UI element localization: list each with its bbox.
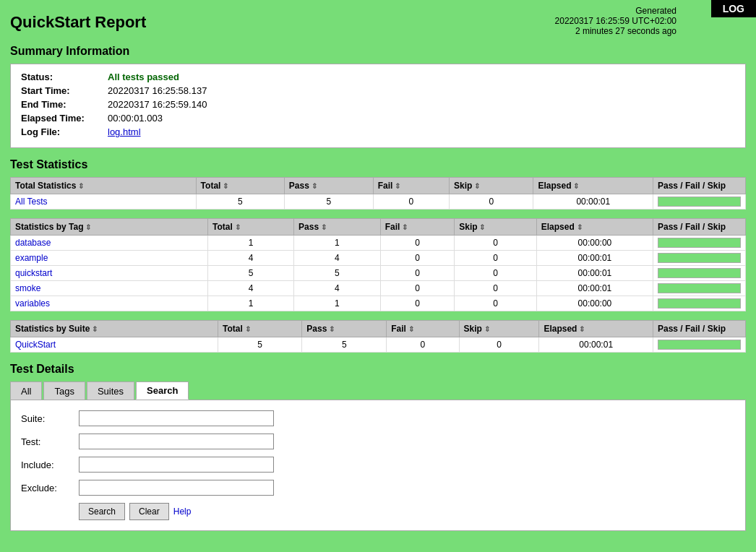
row-fail: 0 (373, 194, 449, 210)
table-row: example 4 4 0 0 00:00:01 (11, 251, 746, 266)
row-bar (653, 266, 746, 281)
row-skip: 0 (455, 281, 536, 296)
row-fail: 0 (380, 266, 455, 281)
status-label: Status: (21, 72, 108, 82)
generated-label: Generated (555, 6, 676, 16)
search-buttons: Search Clear Help (79, 503, 735, 520)
log-button[interactable]: LOG (711, 0, 756, 17)
tab-search[interactable]: Search (136, 381, 189, 400)
row-name[interactable]: example (11, 251, 208, 266)
tag-stats-col-pass[interactable]: Pass (294, 219, 381, 236)
total-stats-col-bar: Pass / Fail / Skip (653, 178, 746, 194)
suite-field-label: Suite: (21, 413, 79, 424)
tab-all[interactable]: All (10, 381, 42, 400)
exclude-input[interactable] (79, 480, 274, 496)
row-elapsed: 00:00:00 (536, 296, 653, 311)
row-bar (653, 281, 746, 296)
tag-stats-col-skip[interactable]: Skip (455, 219, 536, 236)
generated-datetime: 20220317 16:25:59 UTC+02:00 (555, 16, 676, 26)
row-name[interactable]: QuickStart (11, 337, 218, 353)
logfile-value: log.html (108, 126, 141, 137)
include-input[interactable] (79, 457, 274, 473)
row-bar (653, 251, 746, 266)
row-total: 4 (208, 251, 294, 266)
row-bar (653, 296, 746, 311)
row-fail: 0 (387, 337, 459, 353)
row-skip: 0 (455, 236, 536, 251)
row-bar (653, 236, 746, 251)
include-field-row: Include: (21, 457, 735, 473)
row-elapsed: 00:00:01 (539, 337, 653, 353)
row-total: 1 (208, 296, 294, 311)
tag-stats-col-name[interactable]: Statistics by Tag (11, 219, 208, 236)
row-skip: 0 (455, 251, 536, 266)
summary-row-elapsed: Elapsed Time: 00:00:01.003 (21, 113, 735, 124)
row-name[interactable]: smoke (11, 281, 208, 296)
status-value: All tests passed (108, 72, 179, 82)
row-pass: 5 (302, 337, 387, 353)
table-row: quickstart 5 5 0 0 00:00:01 (11, 266, 746, 281)
tabs-row: All Tags Suites Search (10, 381, 746, 400)
log-label: LOG (723, 3, 744, 14)
suite-stats-col-total[interactable]: Total (218, 321, 301, 337)
table-row: variables 1 1 0 0 00:00:00 (11, 296, 746, 311)
total-stats-col-pass[interactable]: Pass (284, 178, 373, 194)
total-stats-col-total[interactable]: Total (196, 178, 284, 194)
suite-stats-col-name[interactable]: Statistics by Suite (11, 321, 218, 337)
summary-row-logfile: Log File: log.html (21, 126, 735, 137)
tab-tags[interactable]: Tags (43, 381, 85, 400)
row-name[interactable]: All Tests (11, 194, 197, 210)
total-stats-col-name[interactable]: Total Statistics (11, 178, 197, 194)
suite-stats-col-skip[interactable]: Skip (459, 321, 539, 337)
tab-suites[interactable]: Suites (87, 381, 134, 400)
stats-section-title: Test Statistics (10, 158, 746, 171)
test-input[interactable] (79, 434, 274, 449)
suite-stats-col-fail[interactable]: Fail (387, 321, 459, 337)
end-value: 20220317 16:25:59.140 (108, 99, 207, 110)
summary-row-end: End Time: 20220317 16:25:59.140 (21, 99, 735, 110)
elapsed-value: 00:00:01.003 (108, 113, 163, 124)
start-value: 20220317 16:25:58.137 (108, 85, 207, 96)
total-stats-col-fail[interactable]: Fail (373, 178, 449, 194)
row-skip: 0 (459, 337, 539, 353)
tag-stats-col-total[interactable]: Total (208, 219, 294, 236)
row-elapsed: 00:00:01 (536, 251, 653, 266)
suite-input[interactable] (79, 410, 274, 426)
row-bar (653, 194, 746, 210)
table-row: database 1 1 0 0 00:00:00 (11, 236, 746, 251)
summary-box: Status: All tests passed Start Time: 202… (10, 64, 746, 148)
logfile-label: Log File: (21, 126, 108, 137)
clear-button[interactable]: Clear (129, 503, 169, 520)
suite-stats-col-pass[interactable]: Pass (302, 321, 387, 337)
row-name[interactable]: database (11, 236, 208, 251)
tag-stats-table: Statistics by Tag Total Pass Fail Skip E… (10, 218, 746, 311)
suite-stats-table: Statistics by Suite Total Pass Fail Skip… (10, 320, 746, 353)
row-name[interactable]: variables (11, 296, 208, 311)
row-fail: 0 (380, 296, 455, 311)
row-fail: 0 (380, 236, 455, 251)
suite-stats-col-bar: Pass / Fail / Skip (653, 321, 746, 337)
details-section-title: Test Details (10, 363, 746, 376)
row-pass: 5 (284, 194, 373, 210)
logfile-link[interactable]: log.html (108, 126, 141, 137)
row-pass: 1 (294, 236, 381, 251)
total-stats-col-elapsed[interactable]: Elapsed (533, 178, 653, 194)
row-bar (653, 337, 746, 353)
help-link[interactable]: Help (173, 503, 192, 520)
tag-stats-col-elapsed[interactable]: Elapsed (536, 219, 653, 236)
tag-stats-col-fail[interactable]: Fail (380, 219, 455, 236)
row-total: 4 (208, 281, 294, 296)
end-label: End Time: (21, 99, 108, 110)
table-row: smoke 4 4 0 0 00:00:01 (11, 281, 746, 296)
suite-field-row: Suite: (21, 410, 735, 426)
row-skip: 0 (450, 194, 533, 210)
total-stats-col-skip[interactable]: Skip (450, 178, 533, 194)
suite-stats-col-elapsed[interactable]: Elapsed (539, 321, 653, 337)
row-name[interactable]: quickstart (11, 266, 208, 281)
include-field-label: Include: (21, 460, 79, 470)
row-skip: 0 (455, 266, 536, 281)
row-pass: 5 (294, 266, 381, 281)
search-button[interactable]: Search (79, 503, 125, 520)
row-elapsed: 00:00:01 (536, 266, 653, 281)
exclude-field-label: Exclude: (21, 483, 79, 493)
